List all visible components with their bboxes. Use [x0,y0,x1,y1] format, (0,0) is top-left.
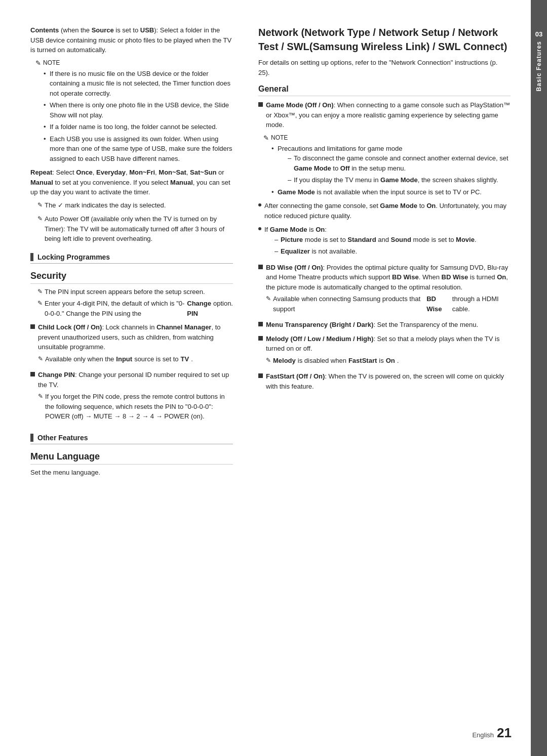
precaution-dash-2: If you display the TV menu in Game Mode,… [288,175,511,185]
left-column: Contents (when the Source is set to USB)… [30,25,243,726]
other-features-bar [30,434,33,442]
after-connecting-item: After connecting the game console, set G… [258,201,511,221]
footer-english-text: English [472,731,494,739]
child-lock-content: Child Lock (Off / On): Lock channels in … [38,322,233,366]
game-note-list: Precautions and limitations for game mod… [263,144,511,197]
faststart-content: FastStart (Off / On): When the TV is pow… [266,371,511,391]
contents-intro: Contents (when the Source is set to USB)… [30,25,233,55]
menu-language-text: Set the menu language. [30,468,233,478]
intro-text: For details on setting up options, refer… [258,58,511,77]
precaution-dash-1: To disconnect the game console and conne… [288,153,511,173]
change-pin-item: Change PIN: Change your personal ID numb… [30,370,233,424]
page-footer: English 21 [472,725,512,741]
game-mode-item: Game Mode (Off / On): When connecting to… [258,100,511,130]
game-mode-content: Game Mode (Off / On): When connecting to… [266,100,511,130]
usb-note-item-2: When there is only one photo file in the… [44,100,233,120]
security-note2: Enter your 4-digit PIN, the default of w… [37,299,233,318]
change-pin-content: Change PIN: Change your personal ID numb… [38,370,233,424]
check-mark-note: The ✓ mark indicates the day is selected… [37,200,233,211]
game-mode-note-section: NOTE Precautions and limitations for gam… [263,134,511,197]
melody-item: Melody (Off / Low / Medium / High): Set … [258,334,511,368]
bd-wise-content: BD Wise (Off / On): Provides the optimal… [266,263,511,316]
bd-wise-note: Available when connecting Samsung produc… [266,294,511,314]
melody-content: Melody (Off / Low / Medium / High): Set … [266,334,511,368]
bd-wise-item: BD Wise (Off / On): Provides the optimal… [258,263,511,316]
other-features-label: Other Features [37,434,88,442]
usb-note-item-3: If a folder name is too long, the folder… [44,122,233,132]
menu-transparency-item: Menu Transparency (Bright / Dark): Set t… [258,320,511,330]
game-dash-1: Picture mode is set to Standard and Soun… [275,235,477,245]
after-connecting-content: After connecting the game console, set G… [264,201,511,221]
usb-note-item-4: Each USB you use is assigned its own fol… [44,134,233,164]
other-features-heading: Other Features [30,434,233,444]
tab-number: 03 [535,30,542,38]
if-game-mode-content: If Game Mode is On: Picture mode is set … [264,225,477,259]
game-dash-2: Equalizer is not available. [275,246,477,257]
sidebar-tab: 03 Basic Features [531,0,547,756]
contents-bold: Contents [30,26,59,34]
change-pin-sub: If you forget the PIN code, press the re… [38,392,233,422]
change-pin-bullet [30,372,35,376]
child-lock-bullet [30,324,35,329]
melody-bullet [258,336,263,341]
child-lock-item: Child Lock (Off / On): Lock channels in … [30,322,233,366]
precautions-label: Precautions and limitations for game mod… [271,144,511,185]
repeat-text: Repeat: Select Once, Everyday, Mon~Fri, … [30,167,233,197]
locking-programmes-heading: Locking Programmes [30,253,233,264]
if-game-mode-bullet [258,227,261,230]
if-game-mode-item: If Game Mode is On: Picture mode is set … [258,225,511,259]
security-note1: The PIN input screen appears before the … [37,287,233,297]
bd-wise-bullet [258,265,263,269]
note-label-usb: NOTE [35,59,233,67]
child-lock-note: Available only when the Input source is … [38,354,233,364]
security-heading: Security [30,271,233,284]
game-mode-not-available: Game Mode is not available when the inpu… [271,187,511,197]
faststart-item: FastStart (Off / On): When the TV is pow… [258,371,511,391]
menu-transparency-bullet [258,322,263,326]
right-column: Network (Network Type / Network Setup / … [258,25,511,726]
menu-language-heading: Menu Language [30,451,233,465]
tab-label: Basic Features [535,41,542,91]
after-connecting-bullet [258,203,261,206]
melody-note: Melody is disabled when FastStart is On. [266,356,511,366]
footer-page-number: 21 [497,725,512,741]
menu-transparency-content: Menu Transparency (Bright / Dark): Set t… [266,320,478,330]
usb-note-section: NOTE If there is no music file on the US… [35,59,233,164]
general-heading: General [258,85,511,96]
usb-note-item-1: If there is no music file on the USB dev… [44,69,233,99]
locking-label: Locking Programmes [37,253,110,261]
usb-note-list: If there is no music file on the USB dev… [35,69,233,164]
locking-bar [30,253,33,261]
main-title: Network (Network Type / Network Setup / … [258,25,511,54]
game-note-label: NOTE [263,134,511,142]
game-mode-bullet [258,102,263,107]
auto-power-note: Auto Power Off (available only when the … [37,214,233,244]
faststart-bullet [258,373,263,378]
